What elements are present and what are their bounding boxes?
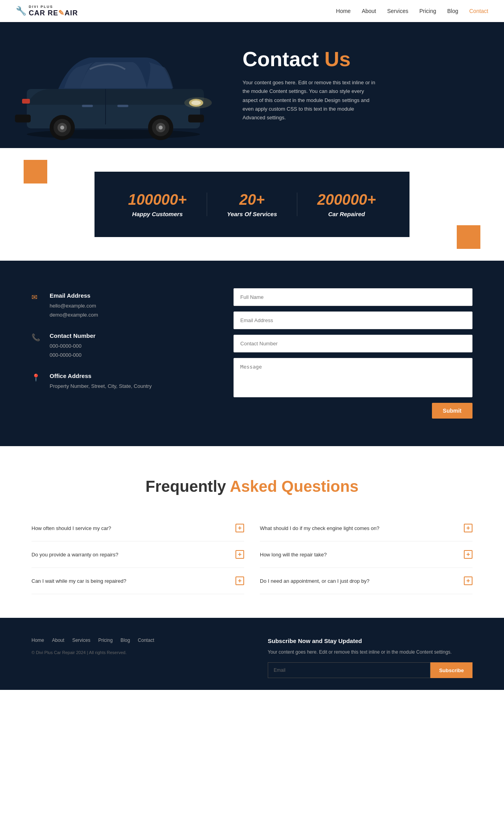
full-name-input[interactable] [233,288,472,306]
subscribe-text: Your content goes here. Edit or remove t… [268,648,472,656]
svg-point-18 [184,97,212,108]
stat-years: 20+ Years Of Services [227,191,277,217]
nav-home[interactable]: Home [336,8,350,14]
stats-decoration-tl [24,160,47,183]
address-title: Office Address [50,373,152,379]
contact-info: ✉ Email Address hello@example.comdemo@ex… [32,288,202,403]
stat-customers: 100000+ Happy Customers [128,191,187,217]
stats-section: 100000+ Happy Customers 20+ Years Of Ser… [0,148,504,261]
email-input[interactable] [233,311,472,329]
faq-title-accent: Asked Questions [230,478,359,495]
faq-expand-icon: + [235,524,244,532]
faq-item[interactable]: How long will the repair take? + [260,541,472,568]
faq-item[interactable]: Do you provide a warranty on repairs? + [32,541,244,568]
contact-email-item: ✉ Email Address hello@example.comdemo@ex… [32,292,202,320]
faq-item[interactable]: Can I wait while my car is being repaire… [32,568,244,594]
faq-section: Frequently Asked Questions How often sho… [0,446,504,618]
svg-point-10 [60,126,64,130]
main-nav: 🔧 DIVI PLUS CAR RE✎AIR Home About Servic… [0,0,504,22]
faq-item[interactable]: How often should I service my car? + [32,515,244,541]
logo[interactable]: 🔧 DIVI PLUS CAR RE✎AIR [16,5,78,17]
subscribe-email-input[interactable] [268,662,430,678]
stats-decoration-br [457,225,480,249]
footer-copyright: © Divi Plus Car Repair 2024 | All rights… [32,650,236,655]
faq-question: What should I do if my check engine ligh… [260,525,464,531]
footer-right: Subscribe Now and Stay Updated Your cont… [268,638,472,678]
stat-years-number: 20+ [227,191,277,208]
logo-tagline: DIVI PLUS [29,5,78,9]
svg-point-14 [159,126,163,130]
footer-link-about[interactable]: About [52,638,64,643]
stat-cars-label: Car Repaired [317,211,376,217]
footer-link-home[interactable]: Home [32,638,44,643]
svg-rect-17 [117,105,128,107]
faq-grid: How often should I service my car? + Wha… [32,515,472,594]
message-input[interactable] [233,358,472,397]
footer-link-services[interactable]: Services [72,638,90,643]
address-text: Property Number, Street, City, State, Co… [50,382,152,391]
contact-form: Submit [233,288,472,419]
faq-question: Do I need an appointment, or can I just … [260,578,464,584]
faq-title: Frequently Asked Questions [32,478,472,495]
subscribe-button[interactable]: Subscribe [430,662,472,678]
faq-question: Do you provide a warranty on repairs? [32,552,235,558]
stats-box: 100000+ Happy Customers 20+ Years Of Ser… [94,172,410,237]
stat-cars-number: 200000+ [317,191,376,208]
faq-item[interactable]: Do I need an appointment, or can I just … [260,568,472,594]
footer-link-pricing[interactable]: Pricing [98,638,113,643]
phone-icon: 📞 [32,333,44,346]
nav-services[interactable]: Services [387,8,408,14]
subscribe-title: Subscribe Now and Stay Updated [268,638,472,644]
faq-question: How often should I service my car? [32,525,235,531]
stat-cars: 200000+ Car Repaired [317,191,376,217]
nav-contact[interactable]: Contact [469,8,488,14]
stat-divider-2 [297,193,297,216]
svg-rect-2 [188,115,204,122]
faq-expand-icon: + [464,576,472,585]
stat-customers-number: 100000+ [128,191,187,208]
email-icon: ✉ [32,293,44,306]
stat-divider-1 [207,193,207,216]
hero-description: Your content goes here. Edit or remove t… [243,78,376,122]
nav-blog[interactable]: Blog [447,8,458,14]
faq-question: Can I wait while my car is being repaire… [32,578,235,584]
footer-left: Home About Services Pricing Blog Contact… [32,638,236,655]
faq-question: How long will the repair take? [260,552,464,558]
logo-brand: CAR RE✎AIR [29,9,78,17]
submit-button[interactable]: Submit [432,403,472,419]
faq-expand-icon: + [235,550,244,559]
email-text: hello@example.comdemo@example.com [50,301,98,320]
logo-icon: 🔧 [16,6,26,16]
hero-content: Contact Us Your content goes here. Edit … [227,24,504,146]
faq-expand-icon: + [464,524,472,532]
nav-links: Home About Services Pricing Blog Contact [336,8,488,14]
svg-rect-6 [22,99,30,104]
contact-phone-item: 📞 Contact Number 000-0000-000000-0000-00… [32,332,202,360]
svg-rect-16 [82,105,93,107]
subscribe-form: Subscribe [268,662,472,678]
hero-car-image [0,30,227,140]
footer-links: Home About Services Pricing Blog Contact [32,638,236,643]
nav-pricing[interactable]: Pricing [419,8,436,14]
footer-link-contact[interactable]: Contact [138,638,154,643]
email-title: Email Address [50,292,98,299]
phone-title: Contact Number [50,332,96,339]
faq-expand-icon: + [235,576,244,585]
hero-section: Contact Us Your content goes here. Edit … [0,22,504,148]
stat-customers-label: Happy Customers [128,211,187,217]
svg-rect-3 [15,115,31,122]
footer: Home About Services Pricing Blog Contact… [0,618,504,690]
faq-item[interactable]: What should I do if my check engine ligh… [260,515,472,541]
hero-title: Contact Us [243,48,480,70]
faq-expand-icon: + [464,550,472,559]
faq-title-normal: Frequently [146,478,226,495]
contact-address-item: 📍 Office Address Property Number, Street… [32,373,202,391]
contact-number-input[interactable] [233,335,472,352]
stat-years-label: Years Of Services [227,211,277,217]
contact-section: ✉ Email Address hello@example.comdemo@ex… [0,261,504,446]
nav-about[interactable]: About [362,8,376,14]
phone-text: 000-0000-000000-0000-000 [50,341,96,360]
address-icon: 📍 [32,373,44,386]
footer-link-blog[interactable]: Blog [120,638,130,643]
